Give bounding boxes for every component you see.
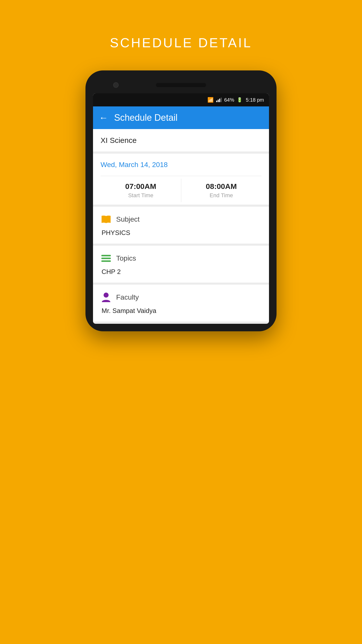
topics-card: Topics CHP 2 bbox=[93, 246, 269, 283]
start-time-block: 07:00AM Start Time bbox=[101, 176, 181, 205]
page-title: SCHEDULE DETAIL bbox=[110, 35, 252, 50]
class-name: XI Science bbox=[101, 136, 137, 144]
end-time-label: End Time bbox=[210, 192, 233, 199]
phone-speaker bbox=[156, 83, 206, 87]
end-time-block: 08:00AM End Time bbox=[181, 176, 262, 205]
person-svg-icon bbox=[101, 292, 111, 303]
content-area: XI Science Wed, March 14, 2018 07:00AM S… bbox=[93, 129, 269, 322]
subject-header: Subject bbox=[101, 214, 261, 225]
faculty-card: Faculty Mr. Sampat Vaidya bbox=[93, 285, 269, 322]
phone-top-bezel bbox=[93, 78, 269, 93]
subject-label: Subject bbox=[116, 215, 140, 223]
app-bar-title: Schedule Detail bbox=[114, 112, 177, 123]
svg-rect-1 bbox=[101, 258, 111, 259]
start-time-value: 07:00AM bbox=[125, 182, 156, 191]
faculty-value: Mr. Sampat Vaidya bbox=[101, 307, 261, 315]
subject-icon bbox=[101, 214, 112, 225]
topics-value: CHP 2 bbox=[101, 268, 261, 276]
subject-card: Subject PHYSICS bbox=[93, 207, 269, 244]
status-bar: 📶 64% 🔋 5:18 pm bbox=[93, 93, 269, 106]
signal-bar-2 bbox=[218, 100, 219, 102]
svg-rect-2 bbox=[101, 260, 111, 262]
schedule-date: Wed, March 14, 2018 bbox=[101, 161, 261, 169]
signal-bar-4 bbox=[221, 98, 222, 102]
date-time-card: Wed, March 14, 2018 07:00AM Start Time 0… bbox=[93, 154, 269, 205]
start-time-label: Start Time bbox=[128, 192, 153, 199]
class-card: XI Science bbox=[93, 129, 269, 152]
end-time-value: 08:00AM bbox=[206, 182, 237, 191]
faculty-icon bbox=[101, 292, 112, 303]
app-bar: ← Schedule Detail bbox=[93, 106, 269, 129]
back-button[interactable]: ← bbox=[99, 112, 108, 123]
phone-shell: 📶 64% 🔋 5:18 pm ← Schedule Detail bbox=[85, 70, 277, 331]
signal-bar-3 bbox=[219, 99, 220, 102]
wifi-icon: 📶 bbox=[207, 97, 214, 103]
faculty-label: Faculty bbox=[116, 293, 139, 301]
faculty-header: Faculty bbox=[101, 292, 261, 303]
status-icons: 📶 64% 🔋 5:18 pm bbox=[207, 97, 264, 103]
list-svg-icon bbox=[101, 254, 111, 262]
status-time: 5:18 pm bbox=[246, 97, 264, 103]
svg-point-3 bbox=[104, 293, 109, 298]
phone-camera bbox=[113, 82, 119, 88]
signal-bar-1 bbox=[216, 101, 217, 102]
signal-bars bbox=[216, 98, 222, 102]
battery-percent: 64% bbox=[224, 97, 234, 103]
book-svg-icon bbox=[101, 215, 111, 224]
subject-value: PHYSICS bbox=[101, 229, 261, 237]
phone-screen: 📶 64% 🔋 5:18 pm ← Schedule Detail bbox=[93, 93, 269, 324]
topics-label: Topics bbox=[116, 254, 136, 262]
battery-icon: 🔋 bbox=[237, 97, 242, 103]
topics-header: Topics bbox=[101, 253, 261, 264]
time-row: 07:00AM Start Time 08:00AM End Time bbox=[101, 176, 261, 205]
topics-icon bbox=[101, 253, 112, 264]
svg-rect-0 bbox=[101, 255, 111, 256]
